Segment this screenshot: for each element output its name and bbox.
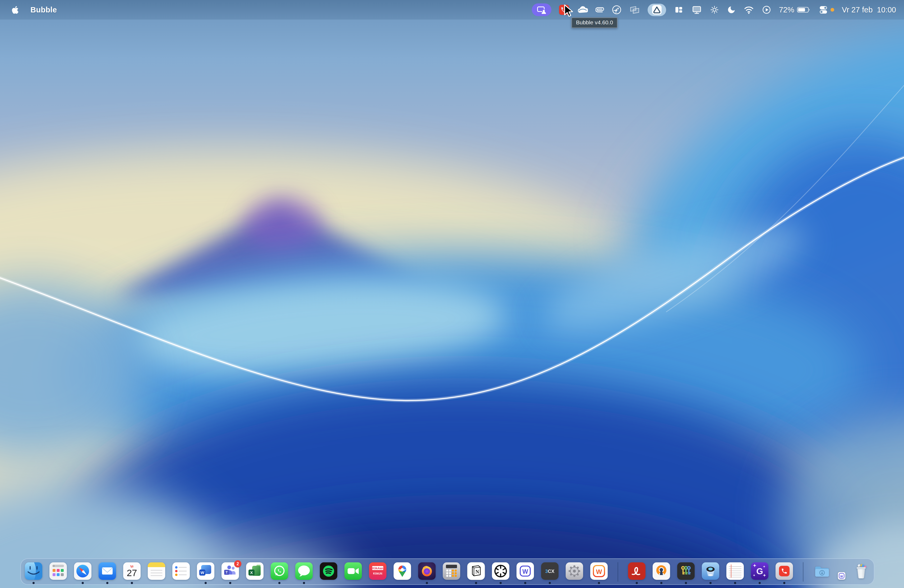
status-brightness-icon[interactable]	[710, 0, 719, 20]
status-cloud-sync-icon[interactable]	[577, 0, 588, 20]
dock: Vr27WT2XKlikAanKlikUitNW3CXWGW	[21, 558, 874, 585]
dock-item-whatsapp[interactable]	[270, 562, 288, 580]
dock-item-spotify[interactable]	[319, 562, 338, 580]
running-indicator-dot	[499, 582, 502, 584]
status-screen-sharing-icon[interactable]	[532, 0, 552, 20]
dock-item-openvpn[interactable]	[652, 562, 670, 580]
status-triangle-app-icon[interactable]	[648, 0, 666, 20]
dock-item-chatgpt[interactable]	[492, 562, 510, 580]
running-indicator-dot	[303, 582, 305, 584]
running-indicator-dot	[131, 582, 133, 584]
svg-text:T: T	[226, 570, 228, 574]
running-indicator-dot	[426, 582, 428, 584]
menubar-status: 72%Vr 27 feb 10:00	[532, 0, 904, 20]
dock-item-w-app[interactable]: W	[516, 562, 534, 580]
svg-text:X: X	[250, 570, 253, 575]
menubar-left: Bubble	[0, 6, 57, 14]
svg-text:G: G	[756, 566, 763, 576]
dock-item-phone-app[interactable]	[775, 562, 793, 580]
svg-text:N: N	[476, 569, 479, 575]
running-indicator-dot	[549, 582, 551, 584]
dock-item-trash[interactable]	[852, 562, 870, 580]
status-control-center-icon[interactable]	[819, 0, 834, 20]
running-indicator-dot	[660, 582, 662, 584]
running-indicator-dot	[685, 582, 687, 584]
status-bubble-phone-icon[interactable]	[559, 0, 569, 20]
dock-item-threecx[interactable]: 3CX	[541, 562, 559, 580]
dock-item-magnifier-app[interactable]	[702, 562, 719, 580]
desktop-wallpaper	[0, 0, 904, 588]
dock-item-google-maps[interactable]	[394, 562, 411, 580]
menubar: Bubble 72%Vr 27 feb 10:00	[0, 0, 904, 20]
dock-item-finder[interactable]	[25, 562, 43, 580]
dock-item-reminders[interactable]	[172, 562, 190, 580]
status-focus-moon-icon[interactable]	[727, 0, 736, 20]
running-indicator-dot	[734, 582, 736, 584]
dock-item-notion[interactable]: N	[467, 562, 485, 580]
status-rocket-launcher-icon[interactable]	[612, 0, 622, 20]
svg-text:KlikAan: KlikAan	[373, 567, 383, 570]
status-now-playing-icon[interactable]	[762, 0, 771, 20]
active-app-menu[interactable]: Bubble	[30, 6, 57, 14]
dock-item-facetime[interactable]	[344, 562, 362, 580]
dock-separator	[803, 562, 804, 582]
status-battery-icon[interactable]: 72%	[779, 0, 811, 20]
dock-item-excel[interactable]: X	[246, 562, 264, 580]
dock-item-launchpad[interactable]	[49, 562, 67, 580]
dock-item-safari[interactable]	[74, 562, 92, 580]
svg-text:KlikUit: KlikUit	[373, 572, 382, 575]
svg-text:W: W	[596, 568, 602, 575]
running-indicator-dot	[106, 582, 108, 584]
dock-item-textedit[interactable]	[726, 562, 744, 580]
apple-menu-icon[interactable]	[12, 6, 19, 14]
running-indicator-dot	[783, 582, 785, 584]
svg-text:3CX: 3CX	[545, 569, 554, 574]
status-paperclip-icon[interactable]	[596, 0, 604, 20]
dock-item-w-orange-app[interactable]: W	[590, 562, 608, 580]
running-indicator-dot	[710, 582, 711, 584]
recording-indicator-dot	[831, 8, 834, 12]
dock-item-klikaanklikuit[interactable]: KlikAanKlikUit	[369, 562, 387, 580]
svg-text:W: W	[200, 570, 204, 575]
dock-item-messages[interactable]	[295, 562, 313, 580]
battery-percent: 72%	[779, 6, 794, 14]
status-window-tiling-icon[interactable]	[674, 0, 684, 20]
svg-text:27: 27	[127, 567, 137, 578]
dock-item-keepassxc[interactable]	[677, 562, 695, 580]
status-display-icon[interactable]	[691, 0, 702, 20]
running-indicator-dot	[475, 582, 477, 584]
running-indicator-dot	[278, 582, 280, 584]
dock-item-downloads-folder[interactable]	[813, 562, 831, 580]
dock-item-calculator[interactable]	[443, 562, 460, 580]
dock-item-calendar[interactable]: Vr27	[123, 562, 141, 580]
tooltip-bubble-version: Bubble v4.60.0	[572, 17, 618, 28]
running-indicator-dot	[524, 582, 526, 584]
running-indicator-dot	[82, 582, 84, 584]
dock-item-minimized-window[interactable]: W	[838, 572, 846, 580]
status-wifi-icon[interactable]	[744, 0, 754, 20]
dock-separator	[618, 562, 618, 582]
dock-item-acrobat[interactable]	[628, 562, 646, 580]
running-indicator-dot	[636, 582, 638, 584]
dock-item-word[interactable]: W	[197, 562, 215, 580]
status-clock-icon[interactable]: Vr 27 feb 10:00	[842, 0, 896, 20]
running-indicator-dot	[759, 582, 761, 584]
status-window-layers-icon[interactable]	[629, 0, 640, 20]
dock-item-system-settings[interactable]	[566, 562, 583, 580]
running-indicator-dot	[598, 582, 600, 584]
dock-item-notes[interactable]	[147, 562, 166, 580]
running-indicator-dot	[33, 582, 35, 584]
running-indicator-dot	[229, 582, 231, 584]
running-indicator-dot	[205, 582, 207, 584]
dock-item-firefox[interactable]	[418, 562, 436, 580]
dock-item-goblintools[interactable]: G	[751, 562, 769, 580]
dock-item-mail[interactable]	[98, 562, 116, 580]
svg-text:W: W	[522, 568, 528, 575]
svg-text:W: W	[840, 575, 843, 578]
notification-badge: 2	[234, 560, 241, 567]
dock-item-teams[interactable]: T2	[221, 562, 239, 580]
menubar-clock: Vr 27 feb 10:00	[842, 6, 896, 14]
